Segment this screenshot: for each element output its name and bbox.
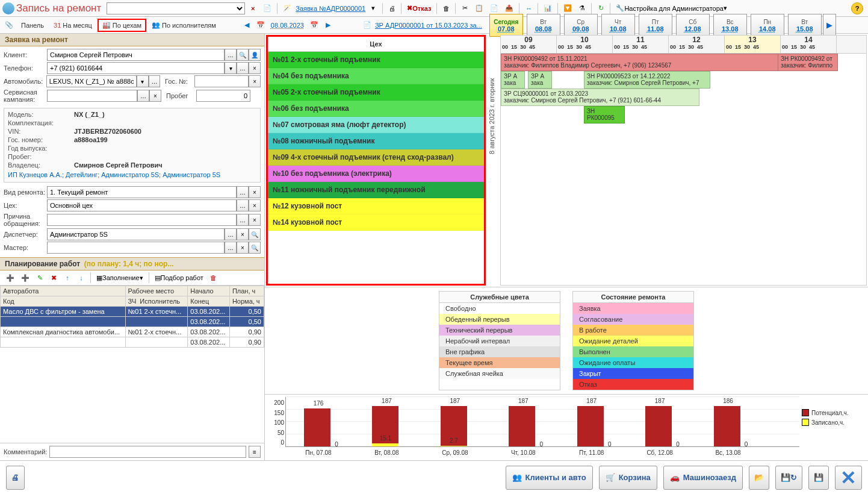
reason-pick-button[interactable]: … — [237, 214, 249, 226]
car-pick-button[interactable]: … — [149, 75, 161, 87]
workshop-row[interactable]: №04 без подъемника — [268, 68, 484, 84]
workshop-row[interactable]: №05 2-х стоечный подъемник — [268, 84, 484, 101]
document-link[interactable]: ЗР АДР0000001 от 15.03.2023 за... — [375, 22, 482, 29]
master-clear-button[interactable]: × — [237, 242, 249, 254]
plan-del2-button[interactable]: 🗑 — [208, 272, 220, 284]
car-input[interactable] — [46, 75, 137, 87]
schedule-block[interactable]: ЗР СЦ90000001 от 23.03.2023заказчик: Сми… — [501, 89, 699, 106]
cut-button[interactable]: ✂ — [459, 2, 471, 14]
client-input[interactable] — [47, 49, 225, 61]
tab-panel[interactable]: Панель — [17, 19, 48, 32]
rt-clear-button[interactable]: × — [249, 186, 261, 198]
schedule-block[interactable]: ЗР Азака — [501, 71, 525, 89]
date-next-button[interactable]: ▶ — [322, 19, 334, 31]
workshop-row[interactable]: №12 кузовной пост — [268, 198, 484, 214]
workshop-row[interactable]: №07 смотровая яма (люфт детектор) — [268, 117, 484, 133]
plan-dn-button[interactable]: ↓ — [75, 272, 87, 284]
disp-search-button[interactable]: 🔍 — [249, 228, 261, 240]
tab-by-workshop[interactable]: 🏭 По цехам — [98, 19, 146, 32]
disp-clear-button[interactable]: × — [237, 228, 249, 240]
mileage-input[interactable] — [196, 90, 250, 102]
schedule-block[interactable]: ЗН РК000095заказчик: Куз — [584, 106, 625, 124]
clients-button[interactable]: 👥 Клиенты и авто — [506, 466, 593, 490]
phone-input[interactable] — [47, 62, 225, 74]
doc-icon-button[interactable]: 📄 — [361, 19, 374, 31]
gosnum-clear-button[interactable]: × — [249, 75, 261, 87]
tab-by-month[interactable]: 31 На месяц — [49, 19, 96, 32]
settings-button[interactable]: 🔧 Настройка для Администратора ▾ — [613, 2, 730, 14]
paste-button[interactable]: 📄 — [488, 2, 501, 14]
plan-fill-button[interactable]: ▦ Заполнение ▾ — [94, 272, 146, 284]
repair-type-input[interactable] — [47, 186, 237, 198]
dispatcher-input[interactable] — [47, 228, 225, 240]
plan-del-button[interactable]: ✖ — [48, 272, 60, 284]
car-dd-button[interactable]: ▾ — [137, 75, 149, 87]
schedule-block[interactable]: ЗН РК00009523 от 14.12.2022заказчик: Сми… — [584, 71, 710, 89]
date-prev-button[interactable]: ◀ — [241, 19, 253, 31]
service-campaign-input[interactable] — [47, 90, 137, 102]
save-button[interactable]: 💾 — [808, 466, 829, 490]
delete-button[interactable]: 🗑 — [440, 2, 452, 14]
cart-button[interactable]: 🛒 Корзина — [599, 466, 657, 490]
ws-pick-button[interactable]: … — [237, 199, 249, 211]
sc-clear-button[interactable]: × — [149, 90, 161, 102]
plan-row[interactable]: Масло ДВС с фильтром - замена№01 2-х сто… — [1, 307, 264, 317]
client-pick-button[interactable]: … — [225, 49, 237, 61]
workshop-row[interactable]: №10 без подъемника (электрика) — [268, 166, 484, 182]
chart-button[interactable]: 📊 — [541, 2, 554, 14]
master-pick-button[interactable]: … — [225, 242, 237, 254]
workshop-row[interactable]: №06 без подъемника — [268, 101, 484, 117]
gosnum-input[interactable] — [194, 75, 249, 87]
swap-button[interactable]: ↔ — [522, 2, 535, 14]
reason-input[interactable] — [47, 214, 237, 226]
tab-by-executor[interactable]: 👥 По исполнителям — [147, 19, 220, 32]
reason-clear-button[interactable]: × — [249, 214, 261, 226]
schedule-block[interactable]: ЗН РК00009492 отзаказчик: Филиппо — [778, 54, 838, 71]
comment-expand-button[interactable]: ≡ — [249, 446, 261, 458]
export-button[interactable]: 📤 — [503, 2, 516, 14]
plan-pick-button[interactable]: ▤ Подбор работ — [152, 272, 206, 284]
folder-button[interactable]: 📂 — [749, 466, 769, 490]
ws-clear-button[interactable]: × — [249, 199, 261, 211]
copy-button[interactable]: 📋 — [473, 2, 486, 14]
open-doc-button[interactable]: 📄 — [261, 2, 274, 14]
wizard-button[interactable]: 🪄 — [281, 2, 294, 14]
rt-pick-button[interactable]: … — [237, 186, 249, 198]
top-combo[interactable] — [107, 2, 245, 14]
refresh-button[interactable]: ↻ — [595, 2, 607, 14]
master-input[interactable] — [47, 242, 225, 254]
workshop-row[interactable]: №09 4-х стоечный подъемник (стенд сход-р… — [268, 149, 484, 166]
client-search-button[interactable]: 🔍 — [237, 49, 249, 61]
calendar-button[interactable]: 📅 — [254, 19, 267, 31]
print-button[interactable]: 🖨 — [386, 2, 398, 14]
request-link[interactable]: Заявка №АДР0000001 — [296, 5, 365, 12]
reject-button[interactable]: ✖ Отказ — [405, 2, 433, 14]
workshop-row[interactable]: №14 кузовной пост — [268, 214, 484, 231]
attach-button[interactable]: 📎 — [2, 19, 16, 31]
plan-row[interactable]: 03.08.202...0,90 — [1, 337, 264, 348]
filter1-button[interactable]: 🔽 — [561, 2, 574, 14]
plan-add-button[interactable]: ➕ — [4, 272, 17, 284]
days-next-button[interactable]: ▶ — [823, 14, 836, 37]
calendar2-button[interactable]: 📅 — [308, 19, 321, 31]
planning-table[interactable]: АвтоработаРабочее местоНачалоПлан, ч Код… — [0, 286, 264, 348]
save-next-button[interactable]: 💾↻ — [775, 466, 802, 490]
phone-dd-button[interactable]: ▾ — [225, 62, 237, 74]
plan-row[interactable]: 03.08.202...0,50 — [1, 317, 264, 327]
workshop-input[interactable] — [47, 199, 237, 211]
comment-input[interactable] — [49, 446, 246, 458]
disp-pick-button[interactable]: … — [225, 228, 237, 240]
phone-pick-button[interactable]: … — [237, 62, 249, 74]
filter2-button[interactable]: ⚗ — [576, 2, 588, 14]
workshop-row[interactable]: №11 ножничный подъемник передвижной — [268, 182, 484, 198]
help-button[interactable]: ? — [851, 2, 863, 14]
timeline[interactable]: 0900153045100015304511001530451200153045… — [500, 35, 867, 286]
client-user-button[interactable]: 👤 — [249, 49, 261, 61]
plan-insert-button[interactable]: ➕ — [19, 272, 32, 284]
workshop-row[interactable]: №08 ножничный подъемник — [268, 133, 484, 149]
print-big-button[interactable]: 🖨 — [6, 466, 25, 490]
master-search-button[interactable]: 🔍 — [249, 242, 261, 254]
plan-edit-button[interactable]: ✎ — [34, 272, 46, 284]
workshop-row[interactable]: №01 2-х стоечный подъемник — [268, 52, 484, 68]
request-dropdown[interactable]: ▾ — [367, 2, 379, 14]
